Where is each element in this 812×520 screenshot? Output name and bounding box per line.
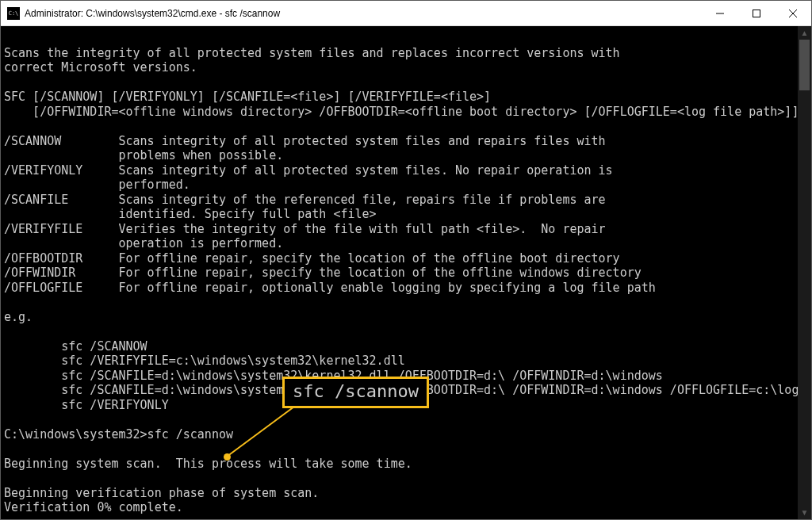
callout-box: sfc /scannow [282, 377, 429, 408]
close-icon [789, 10, 797, 17]
cmd-icon [7, 7, 20, 20]
maximize-button[interactable] [738, 1, 775, 25]
minimize-icon [716, 10, 724, 17]
callout-text: sfc /scannow [293, 381, 419, 401]
cmd-window: Administrator: C:\windows\system32\cmd.e… [0, 0, 812, 520]
scroll-down-arrow-icon[interactable]: ▼ [798, 506, 811, 519]
svg-rect-0 [753, 10, 760, 17]
callout-dot-icon [224, 453, 231, 461]
scroll-up-arrow-icon[interactable]: ▲ [798, 26, 811, 40]
titlebar[interactable]: Administrator: C:\windows\system32\cmd.e… [1, 1, 811, 26]
console-output[interactable]: Scans the integrity of all protected sys… [1, 26, 811, 519]
scrollbar-thumb[interactable] [799, 40, 810, 90]
window-title: Administrator: C:\windows\system32\cmd.e… [25, 8, 702, 19]
scrollbar-vertical[interactable]: ▲ ▼ [798, 26, 811, 519]
minimize-button[interactable] [702, 1, 738, 25]
console-area[interactable]: Scans the integrity of all protected sys… [1, 26, 811, 519]
window-controls [702, 1, 811, 25]
close-button[interactable] [775, 1, 811, 25]
maximize-icon [753, 10, 760, 17]
